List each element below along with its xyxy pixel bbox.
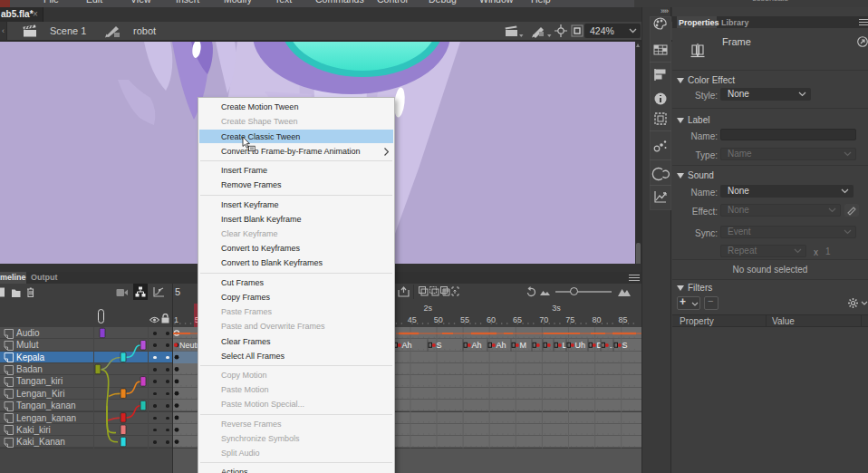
svg-text:Uh: Uh (575, 341, 586, 350)
svg-text:Ah: Ah (497, 341, 506, 350)
svg-text:Ah: Ah (402, 341, 412, 350)
svg-text:Ah: Ah (472, 341, 482, 350)
svg-text:S: S (622, 341, 628, 350)
svg-text:S: S (437, 341, 442, 350)
svg-text:M: M (520, 341, 527, 350)
